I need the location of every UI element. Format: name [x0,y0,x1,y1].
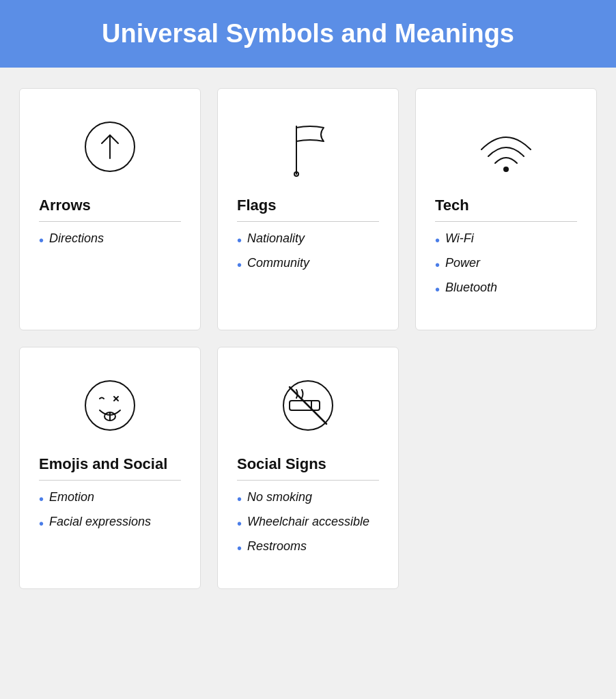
header: Universal Symbols and Meanings [0,0,616,68]
social-signs-divider [237,480,379,481]
card-social-signs: Social Signs No smoking Wheelchair acces… [217,347,399,589]
flags-title: Flags [237,197,379,214]
card-arrows: Arrows Directions [19,88,201,330]
list-item: Restrooms [237,539,379,557]
flags-list: Nationality Community [237,231,379,274]
social-signs-list: No smoking Wheelchair accessible Restroo… [237,490,379,557]
tech-icon [435,109,577,184]
social-signs-icon [237,368,379,443]
emojis-list: Emotion Facial expressions [39,490,181,532]
list-item: Bluetooth [435,281,577,298]
card-emojis: Emojis and Social Emotion Facial express… [19,347,201,589]
emojis-icon [39,368,181,443]
tech-title: Tech [435,197,577,214]
svg-point-4 [503,167,509,172]
svg-point-5 [85,381,135,430]
card-tech: Tech Wi-Fi Power Bluetooth [415,88,597,330]
tech-list: Wi-Fi Power Bluetooth [435,231,577,298]
arrows-title: Arrows [39,197,181,214]
arrows-list: Directions [39,231,181,249]
list-item: Power [435,256,577,274]
list-item: Wheelchair accessible [237,515,379,532]
emojis-divider [39,480,181,481]
page-title: Universal Symbols and Meanings [14,19,602,48]
grid-container: Arrows Directions Flags Nationality Comm… [0,68,616,610]
list-item: Emotion [39,490,181,508]
svg-line-13 [290,387,326,424]
list-item: Wi-Fi [435,231,577,249]
list-item: Directions [39,231,181,249]
emojis-title: Emojis and Social [39,455,181,473]
arrows-icon [39,109,181,184]
flags-icon [237,109,379,184]
tech-divider [435,221,577,222]
flags-divider [237,221,379,222]
list-item: Community [237,256,379,274]
list-item: No smoking [237,490,379,508]
list-item: Nationality [237,231,379,249]
list-item: Facial expressions [39,515,181,532]
arrows-divider [39,221,181,222]
card-flags: Flags Nationality Community [217,88,399,330]
social-signs-title: Social Signs [237,455,379,473]
